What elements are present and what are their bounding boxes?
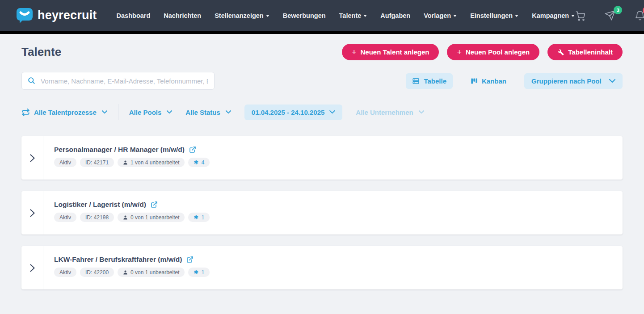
page-title: Talente (21, 45, 61, 59)
person-icon (123, 215, 128, 220)
talent-count-badge: ✱ 4 (188, 158, 210, 167)
wrench-icon (557, 49, 564, 55)
talent-row: LKW-Fahrer / Berufskraftfahrer (m/w/d) A… (21, 246, 623, 289)
nav-label: Aufgaben (380, 12, 410, 19)
chevron-down-icon (226, 110, 231, 114)
unprocessed-badge: 0 von 1 unbearbeitet (118, 268, 185, 277)
nav-item-nachrichten[interactable]: Nachrichten (164, 12, 201, 19)
filter-date-range[interactable]: 01.04.2025 - 24.10.2025 (244, 105, 342, 120)
filter-divider (118, 104, 118, 120)
chevron-down-icon (419, 110, 424, 114)
view-toggle-label: Tabelle (424, 77, 446, 85)
logo-text: heyrecruit (38, 8, 97, 22)
nav-item-einstellungen[interactable]: Einstellungen (470, 12, 518, 19)
nav-item-bewerbungen[interactable]: Bewerbungen (283, 12, 326, 19)
chevron-down-icon (515, 15, 518, 17)
id-badge: ID: 42200 (80, 268, 114, 277)
unprocessed-badge: 1 von 4 unbearbeitet (118, 158, 185, 167)
id-badge: ID: 42171 (80, 158, 114, 167)
nav-item-stellenanzeigen[interactable]: Stellenanzeigen (215, 12, 269, 19)
page-actions: + Neuen Talent anlegen + Neuen Pool anle… (342, 44, 623, 60)
search-box (21, 72, 215, 90)
nav-label: Kampagnen (532, 12, 569, 19)
date-range-value: 01.04.2025 - 24.10.2025 (252, 109, 324, 116)
chevron-down-icon (571, 15, 575, 17)
talent-count-badge: ✱ 1 (188, 268, 210, 277)
button-label: Neuen Pool anlegen (466, 48, 530, 56)
nav-label: Talente (339, 12, 362, 19)
unprocessed-label: 0 von 1 unbearbeitet (130, 214, 179, 221)
filter-status[interactable]: Alle Status (185, 109, 231, 116)
nav-label: Dashboard (117, 12, 151, 19)
navbar-icon-group: 3 18 (575, 9, 644, 21)
job-title-link[interactable]: Personalmanager / HR Manager (m/w/d) (54, 146, 185, 154)
main-content: Talente + Neuen Talent anlegen + Neuen P… (0, 44, 644, 289)
new-talent-button[interactable]: + Neuen Talent anlegen (342, 44, 439, 60)
status-badge: Aktiv (54, 213, 76, 222)
external-link-icon[interactable] (189, 146, 196, 153)
plus-icon: + (457, 48, 462, 56)
unprocessed-label: 0 von 1 unbearbeitet (130, 269, 179, 276)
expand-row-button[interactable] (21, 246, 43, 289)
search-input[interactable] (21, 72, 215, 90)
view-toggle-table[interactable]: Tabelle (406, 73, 453, 89)
chevron-down-icon (102, 110, 107, 114)
filter-label: Alle Status (185, 109, 220, 116)
top-navbar: heyrecruit Dashboard Nachrichten Stellen… (0, 0, 644, 31)
id-badge: ID: 42198 (80, 213, 114, 222)
chevron-down-icon (453, 15, 457, 17)
notifications-bell-icon[interactable]: 18 (634, 10, 644, 21)
divider-strip (0, 31, 644, 34)
external-link-icon[interactable] (151, 201, 158, 208)
talent-list: Personalmanager / HR Manager (m/w/d) Akt… (21, 136, 623, 289)
nav-item-talente[interactable]: Talente (339, 12, 367, 19)
messages-send-icon[interactable]: 3 (604, 9, 616, 21)
chevron-down-icon (609, 79, 615, 83)
chevron-down-icon (266, 15, 269, 17)
view-toggle-kanban[interactable]: Kanban (464, 73, 513, 89)
talent-count-value: 1 (201, 269, 204, 276)
asterisk-icon: ✱ (194, 269, 198, 275)
main-nav: Dashboard Nachrichten Stellenanzeigen Be… (117, 12, 575, 19)
chevron-down-icon (167, 110, 172, 114)
logo-speech-bubble-icon (16, 8, 33, 24)
table-content-button[interactable]: Tabelleninhalt (547, 44, 623, 60)
job-title-link[interactable]: LKW-Fahrer / Berufskraftfahrer (m/w/d) (54, 255, 182, 264)
view-toggle-label: Kanban (482, 77, 506, 85)
nav-item-vorlagen[interactable]: Vorlagen (424, 12, 457, 19)
kanban-icon (471, 77, 478, 85)
external-link-icon[interactable] (186, 256, 194, 263)
unprocessed-badge: 0 von 1 unbearbeitet (118, 213, 185, 222)
chevron-right-icon (30, 209, 35, 217)
plus-icon: + (352, 48, 357, 56)
filter-label: Alle Unternehmen (356, 109, 413, 116)
filter-talent-processes[interactable]: Alle Talentprozesse (21, 108, 107, 117)
status-badge: Aktiv (54, 268, 76, 277)
filter-pools[interactable]: Alle Pools (129, 109, 173, 116)
talent-count-badge: ✱ 1 (188, 213, 210, 222)
expand-row-button[interactable] (21, 191, 43, 234)
asterisk-icon: ✱ (194, 214, 198, 220)
group-by-dropdown[interactable]: Gruppieren nach Pool (524, 73, 623, 89)
asterisk-icon: ✱ (194, 159, 198, 165)
talent-count-value: 4 (201, 159, 204, 166)
expand-row-button[interactable] (21, 136, 43, 180)
talent-count-value: 1 (201, 214, 204, 221)
person-icon (123, 160, 128, 165)
table-rows-icon (412, 77, 420, 85)
job-title-link[interactable]: Logistiker / Lagerist (m/w/d) (54, 201, 146, 209)
group-by-value: Gruppieren nach Pool (531, 77, 602, 85)
nav-label: Einstellungen (470, 12, 513, 19)
search-icon (27, 76, 36, 87)
nav-item-dashboard[interactable]: Dashboard (117, 12, 151, 19)
nav-label: Stellenanzeigen (215, 12, 264, 19)
nav-item-kampagnen[interactable]: Kampagnen (532, 12, 575, 19)
cart-icon[interactable] (575, 10, 586, 21)
person-icon (123, 270, 128, 275)
logo[interactable]: heyrecruit (16, 8, 97, 24)
button-label: Tabelleninhalt (568, 48, 613, 56)
filter-companies[interactable]: Alle Unternehmen (356, 109, 424, 116)
filter-label: Alle Talentprozesse (34, 109, 97, 116)
nav-item-aufgaben[interactable]: Aufgaben (380, 12, 410, 19)
new-pool-button[interactable]: + Neuen Pool anlegen (447, 44, 539, 60)
